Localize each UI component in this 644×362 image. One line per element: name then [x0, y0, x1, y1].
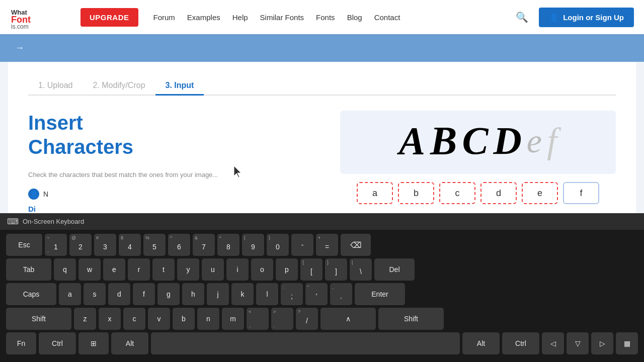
search-icon: 🔍	[516, 12, 528, 23]
nav-help[interactable]: Help	[232, 13, 248, 22]
key-lparen-9[interactable]: (9	[242, 234, 264, 256]
nav-forum[interactable]: Forum	[153, 13, 175, 22]
key-colon[interactable]: :;	[281, 283, 303, 305]
key-b[interactable]: b	[173, 308, 195, 330]
key-left-arrow[interactable]: ◁	[542, 332, 564, 354]
key-q[interactable]: q	[54, 258, 76, 281]
char-input-f[interactable]: f	[563, 182, 599, 204]
key-esc[interactable]: Esc	[6, 234, 42, 256]
key-n[interactable]: n	[197, 308, 219, 330]
key-o[interactable]: o	[251, 258, 273, 281]
key-t[interactable]: t	[152, 258, 175, 281]
tab-upload[interactable]: 1. Upload	[28, 77, 83, 96]
key-i[interactable]: i	[226, 258, 249, 281]
key-v[interactable]: v	[148, 308, 170, 330]
banner-arrow-icon: →	[15, 43, 24, 53]
key-rbrace[interactable]: }]	[325, 258, 347, 281]
key-equals[interactable]: +=	[316, 234, 338, 256]
key-backspace[interactable]: ⌫	[341, 234, 371, 256]
key-a[interactable]: a	[59, 283, 81, 305]
key-dollar-4[interactable]: $4	[119, 234, 141, 256]
key-hash-3[interactable]: #3	[94, 234, 116, 256]
key-s[interactable]: s	[84, 283, 106, 305]
key-up-arrow[interactable]: ∧	[320, 308, 376, 330]
tab-modify-crop[interactable]: 2. Modify/Crop	[83, 77, 155, 96]
key-win[interactable]: ⊞	[78, 332, 109, 354]
svg-text:is.com: is.com	[11, 23, 29, 29]
key-space[interactable]	[151, 332, 460, 354]
key-amp-7[interactable]: &7	[193, 234, 215, 256]
key-row-2: Tab q w e r t y u i o p {[ }] |\ Del	[6, 258, 638, 281]
key-m[interactable]: m	[222, 308, 244, 330]
logo[interactable]: What Font is.com	[10, 6, 60, 29]
key-e[interactable]: e	[103, 258, 125, 281]
key-j[interactable]: j	[207, 283, 229, 305]
char-input-b[interactable]: b	[398, 182, 434, 204]
key-comma-dot[interactable]: ,.	[330, 283, 352, 305]
key-x[interactable]: x	[99, 308, 121, 330]
keyboard-icon: ⌨	[7, 217, 19, 226]
nav-similar-fonts[interactable]: Similar Fonts	[260, 13, 304, 22]
key-h[interactable]: h	[182, 283, 204, 305]
key-pipe[interactable]: |\	[350, 258, 372, 281]
nav-examples[interactable]: Examples	[187, 13, 220, 22]
nav-contact[interactable]: Contact	[374, 13, 400, 22]
key-caps[interactable]: Caps	[6, 283, 56, 305]
key-down-arrow[interactable]: ▽	[567, 332, 589, 354]
char-input-d[interactable]: d	[480, 182, 517, 204]
key-shift-left[interactable]: Shift	[6, 308, 71, 330]
key-del[interactable]: Del	[374, 258, 415, 281]
key-minus[interactable]: -	[291, 234, 313, 256]
char-input-a[interactable]: a	[357, 182, 393, 204]
char-input-e[interactable]: e	[522, 182, 558, 204]
key-lt[interactable]: <,	[247, 308, 269, 330]
insert-characters-title: Insert Characters	[28, 111, 320, 159]
char-input-c[interactable]: c	[439, 182, 475, 204]
key-alt-right[interactable]: Alt	[462, 332, 500, 354]
key-question[interactable]: ?/	[296, 308, 318, 330]
key-ctrl-right[interactable]: Ctrl	[502, 332, 539, 354]
key-rparen-0[interactable]: )0	[267, 234, 289, 256]
key-lbrace[interactable]: {[	[300, 258, 323, 281]
preview-char-B: B	[430, 121, 457, 161]
key-f[interactable]: f	[133, 283, 155, 305]
search-button[interactable]: 🔍	[513, 9, 531, 26]
key-y[interactable]: y	[177, 258, 199, 281]
key-tilde-1[interactable]: ~-1	[45, 234, 67, 256]
key-enter[interactable]: Enter	[355, 283, 405, 305]
osk-title: On-Screen Keyboard	[23, 218, 84, 225]
key-k[interactable]: k	[231, 283, 254, 305]
key-shift-right[interactable]: Shift	[378, 308, 444, 330]
key-star-8[interactable]: *8	[217, 234, 239, 256]
key-p[interactable]: p	[276, 258, 298, 281]
key-l[interactable]: l	[256, 283, 278, 305]
key-alt-left[interactable]: Alt	[111, 332, 148, 354]
key-numpad-icon[interactable]: ▦	[616, 332, 638, 354]
nav-fonts[interactable]: Fonts	[316, 13, 335, 22]
key-percent-5[interactable]: %5	[143, 234, 166, 256]
login-button[interactable]: 👤 Login or Sign Up	[539, 8, 634, 27]
key-fn[interactable]: Fn	[6, 332, 36, 354]
font-preview-box: A B C D e f	[340, 111, 616, 174]
key-ctrl-left[interactable]: Ctrl	[39, 332, 76, 354]
key-z[interactable]: z	[74, 308, 96, 330]
key-caret-6[interactable]: ^6	[168, 234, 190, 256]
preview-char-A: A	[399, 121, 425, 160]
nav-blog[interactable]: Blog	[347, 13, 362, 22]
key-c[interactable]: c	[123, 308, 145, 330]
key-right-arrow[interactable]: ▷	[591, 332, 613, 354]
key-w[interactable]: w	[78, 258, 101, 281]
right-column: A B C D e f a b c d e f	[340, 111, 616, 204]
tab-input[interactable]: 3. Input	[155, 77, 204, 96]
main-content: 1. Upload 2. Modify/Crop 3. Input Insert…	[8, 62, 636, 228]
key-gt[interactable]: >.	[271, 308, 293, 330]
key-d[interactable]: d	[108, 283, 130, 305]
key-quote[interactable]: "'	[305, 283, 328, 305]
upgrade-button[interactable]: UPGRADE	[80, 8, 138, 27]
key-tab[interactable]: Tab	[6, 258, 51, 281]
key-at-2[interactable]: @2	[69, 234, 92, 256]
key-u[interactable]: u	[202, 258, 224, 281]
key-r[interactable]: r	[128, 258, 150, 281]
preview-char-C: C	[462, 121, 488, 160]
key-g[interactable]: g	[157, 283, 180, 305]
